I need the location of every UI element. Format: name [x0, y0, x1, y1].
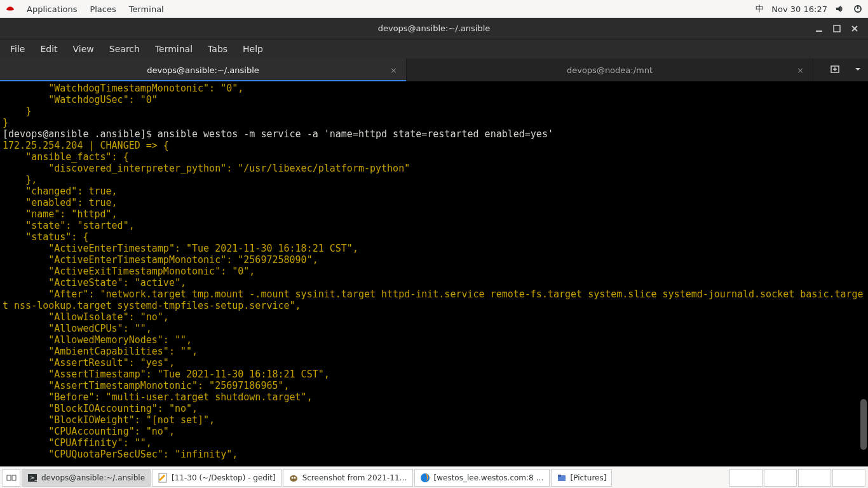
terminal-viewport[interactable]: "WatchdogTimestampMonotonic": "0", "Watc… [0, 81, 868, 466]
workspace-switcher-icon[interactable] [3, 469, 20, 487]
svg-rect-10 [12, 475, 16, 480]
bottom-taskbar: >_devops@ansible:~/.ansible[11-30 (~/Des… [0, 466, 868, 488]
taskbar-item[interactable]: Screenshot from 2021-11… [283, 469, 413, 487]
menu-file[interactable]: File [3, 44, 32, 54]
menu-places[interactable]: Places [83, 4, 122, 14]
svg-point-17 [421, 473, 430, 482]
svg-rect-2 [816, 30, 822, 32]
gimp-icon [288, 473, 299, 483]
scrollbar-thumb[interactable] [860, 399, 867, 450]
window-minimize-button[interactable] [815, 24, 824, 33]
redhat-logo-icon [5, 4, 15, 14]
taskbar-item-label: [Pictures] [571, 473, 607, 482]
menu-terminal-launcher[interactable]: Terminal [123, 4, 170, 14]
taskbar-empty-slot [729, 469, 763, 487]
svg-rect-3 [834, 25, 840, 32]
taskbar-item-label: Screenshot from 2021-11… [302, 473, 407, 482]
topbar-status-area: 中 Nov 30 16:27 [756, 3, 863, 15]
firefox-icon [420, 473, 430, 483]
menu-terminal[interactable]: Terminal [147, 44, 200, 54]
clock[interactable]: Nov 30 16:27 [771, 4, 827, 14]
taskbar-item-label: [westos_lee.westos.com:8 … [434, 473, 544, 482]
menu-applications[interactable]: Applications [20, 4, 83, 14]
svg-text:>_: >_ [30, 475, 37, 481]
taskbar-item-label: devops@ansible:~/.ansible [41, 473, 145, 482]
taskbar-item[interactable]: [11-30 (~/Desktop) - gedit] [152, 469, 281, 487]
window-titlebar: devops@ansible:~/.ansible [0, 18, 868, 39]
menu-help[interactable]: Help [235, 44, 271, 54]
gedit-icon [158, 473, 168, 483]
taskbar-item[interactable]: [westos_lee.westos.com:8 … [414, 469, 550, 487]
menu-edit[interactable]: Edit [32, 44, 65, 54]
volume-icon[interactable] [835, 4, 845, 14]
taskbar-empty-slot [798, 469, 831, 487]
taskbar-item[interactable]: [Pictures] [551, 469, 613, 487]
svg-point-14 [290, 475, 297, 482]
menu-search[interactable]: Search [102, 44, 147, 54]
window-title: devops@ansible:~/.ansible [378, 24, 491, 33]
menu-view[interactable]: View [65, 44, 102, 54]
files-icon [557, 473, 567, 483]
tab-label: devops@ansible:~/.ansible [147, 65, 259, 75]
svg-rect-9 [7, 475, 11, 480]
taskbar-item-label: [11-30 (~/Desktop) - gedit] [172, 473, 276, 482]
terminal-window: devops@ansible:~/.ansible File Edit View… [0, 18, 868, 466]
new-tab-button-icon[interactable] [827, 63, 843, 78]
terminal-tab-2[interactable]: devops@nodea:/mnt × [407, 58, 813, 81]
tab-close-icon[interactable]: × [390, 65, 397, 75]
menu-tabs[interactable]: Tabs [200, 44, 235, 54]
terminal-tabbar: devops@ansible:~/.ansible × devops@nodea… [0, 58, 868, 81]
power-icon[interactable] [853, 4, 863, 14]
tab-close-icon[interactable]: × [797, 65, 804, 75]
window-maximize-button[interactable] [832, 24, 841, 33]
tab-menu-chevron-icon[interactable] [851, 64, 864, 76]
window-close-button[interactable] [850, 24, 859, 33]
svg-rect-19 [558, 475, 561, 477]
terminal-tab-1[interactable]: devops@ansible:~/.ansible × [0, 58, 407, 81]
ime-indicator[interactable]: 中 [756, 3, 764, 15]
svg-point-16 [294, 477, 295, 478]
gnome-topbar: Applications Places Terminal 中 Nov 30 16… [0, 0, 868, 18]
svg-point-15 [291, 477, 293, 478]
taskbar-empty-slot [832, 469, 865, 487]
taskbar-item[interactable]: >_devops@ansible:~/.ansible [22, 469, 151, 487]
terminal-icon: >_ [27, 473, 37, 483]
taskbar-empty-slot [764, 469, 797, 487]
terminal-menubar: File Edit View Search Terminal Tabs Help [0, 39, 868, 58]
tab-label: devops@nodea:/mnt [567, 65, 653, 75]
